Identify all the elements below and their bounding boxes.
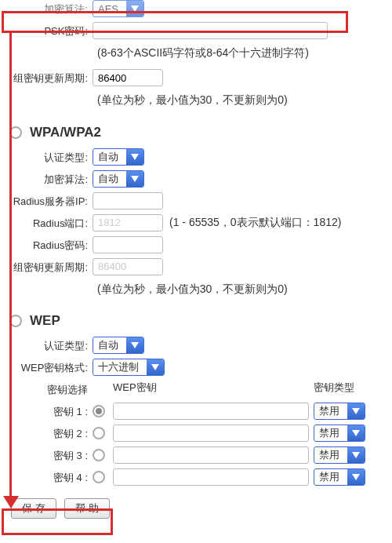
wep-type-header: 密钥类型 (314, 381, 354, 395)
chevron-down-icon (126, 149, 143, 165)
wpa-encrypt-value: 自动 (93, 171, 126, 187)
chevron-down-icon (347, 469, 365, 485)
radius-pwd-input[interactable] (93, 236, 163, 253)
wep-key-3-input[interactable] (113, 446, 309, 464)
wep-key-4-label: 密钥 4 : (6, 468, 93, 485)
wep-auth-label: 认证类型: (6, 337, 93, 353)
psk-hint: (8-63个ASCII码字符或8-64个十六进制字符) (6, 44, 386, 61)
radius-ip-input[interactable] (93, 192, 163, 210)
wpa-auth-select[interactable]: 自动 (93, 148, 144, 166)
chevron-down-icon (347, 447, 365, 463)
encrypt-algo-value: AES (93, 1, 126, 16)
wep-key-2-type-value: 禁用 (314, 425, 347, 441)
wep-select-label: 密钥选择 (6, 381, 93, 397)
wep-key-4-type-select[interactable]: 禁用 (314, 468, 365, 486)
wep-key-1-type-value: 禁用 (314, 403, 347, 419)
group-key-period-label: 组密钥更新周期: (6, 69, 93, 86)
wep-key-2-radio[interactable] (93, 427, 105, 439)
wep-key-1-label: 密钥 1 : (6, 403, 93, 419)
psk-password-input[interactable] (93, 22, 328, 39)
chevron-down-icon (147, 359, 164, 375)
chevron-down-icon (126, 337, 143, 353)
wpa-encrypt-label: 加密算法: (6, 170, 93, 187)
wpa-group-key-label: 组密钥更新周期: (6, 258, 93, 275)
wpa-auth-label: 认证类型: (6, 148, 93, 165)
psk-password-label: PSK密码: (6, 22, 93, 38)
wep-key-2-type-select[interactable]: 禁用 (314, 425, 365, 442)
wpa-title: WPA/WPA2 (30, 125, 101, 140)
wep-radio[interactable] (9, 315, 22, 327)
wep-key-3-radio[interactable] (93, 449, 105, 461)
chevron-down-icon (347, 425, 365, 441)
wep-key-1-type-select[interactable]: 禁用 (314, 403, 365, 420)
radius-port-label: Radius端口: (6, 214, 93, 231)
wep-key-3-type-value: 禁用 (314, 447, 347, 463)
wpa-group-key-input[interactable] (93, 258, 163, 275)
wep-title: WEP (30, 313, 60, 329)
wep-key-3-label: 密钥 3 : (6, 446, 93, 463)
chevron-down-icon (126, 171, 143, 187)
wep-key-1-radio[interactable] (93, 405, 105, 417)
wep-key-4-radio[interactable] (93, 471, 105, 483)
save-button[interactable]: 保 存 (11, 498, 56, 519)
radius-ip-label: Radius服务器IP: (6, 192, 93, 209)
wep-key-header: WEP密钥 (113, 381, 314, 395)
encrypt-algo-select[interactable]: AES (93, 0, 144, 17)
wep-key-2-input[interactable] (113, 425, 309, 442)
wep-key-3-type-select[interactable]: 禁用 (314, 446, 365, 464)
radius-port-input[interactable] (93, 214, 163, 231)
wep-key-4-type-value: 禁用 (314, 469, 347, 485)
wep-key-2-label: 密钥 2 : (6, 425, 93, 441)
wep-auth-value: 自动 (93, 337, 126, 353)
encrypt-algo-label: 加密算法: (6, 0, 93, 16)
group-key-hint: (单位为秒，最小值为30，不更新则为0) (6, 91, 386, 108)
radius-pwd-label: Radius密码: (6, 236, 93, 253)
wpa-auth-value: 自动 (93, 149, 126, 165)
wep-format-label: WEP密钥格式: (6, 359, 93, 375)
chevron-down-icon (347, 403, 365, 419)
wep-auth-select[interactable]: 自动 (93, 337, 144, 354)
chevron-down-icon (126, 1, 143, 16)
wpa-group-key-hint: (单位为秒，最小值为30，不更新则为0) (6, 280, 386, 297)
wpa-encrypt-select[interactable]: 自动 (93, 170, 144, 188)
wep-key-1-input[interactable] (113, 403, 309, 420)
group-key-period-input[interactable] (93, 69, 163, 86)
wep-format-value: 十六进制 (93, 359, 147, 375)
wpa-radio[interactable] (9, 126, 22, 139)
wep-format-select[interactable]: 十六进制 (93, 359, 165, 376)
wep-key-4-input[interactable] (113, 468, 309, 486)
radius-port-hint: (1 - 65535，0表示默认端口：1812) (169, 216, 341, 230)
help-button[interactable]: 帮 助 (64, 498, 110, 519)
